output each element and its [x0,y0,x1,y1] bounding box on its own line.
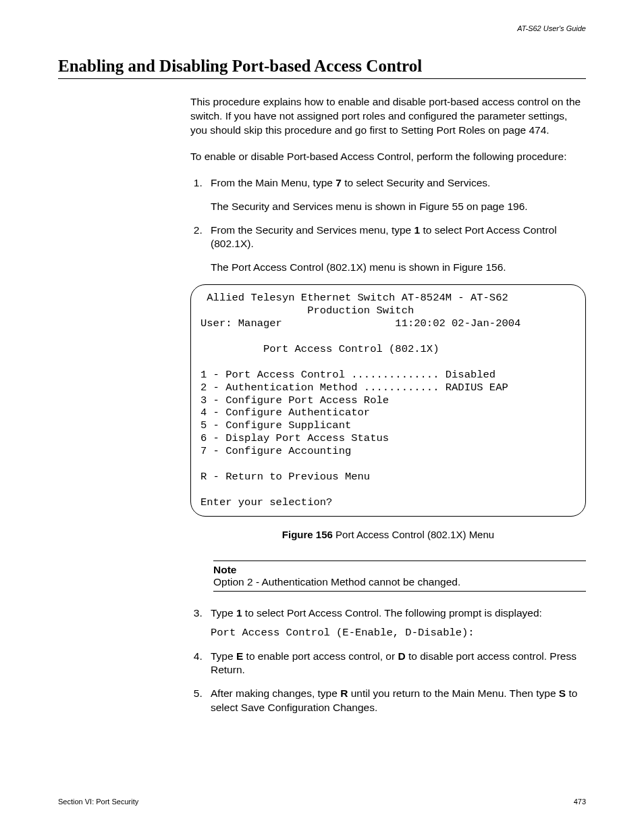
step-4-key-d: D [398,650,405,662]
step-5: After making changes, type R until you r… [205,687,586,715]
note-rule-bottom [213,591,586,592]
step-5-text-a: After making changes, type [211,687,340,699]
section-title: Enabling and Disabling Port-based Access… [58,57,586,76]
steps-list-1: From the Main Menu, type 7 to select Sec… [190,176,586,276]
step-3-key: 1 [236,607,242,619]
footer-section: Section VI: Port Security [58,798,138,806]
step-5-text-c: until you return to the Main Menu. Then … [348,687,558,699]
title-rule [58,78,586,79]
step-3-prompt: Port Access Control (E-Enable, D-Disable… [211,626,586,640]
note-rule-top [213,561,586,561]
step-4: Type E to enable port access control, or… [205,650,586,678]
step-1-sub: The Security and Services menu is shown … [211,200,586,214]
step-4-text-c: to enable port access control, or [243,650,398,662]
step-2-text-a: From the Security and Services menu, typ… [211,224,414,236]
figure-caption: Figure 156 Port Access Control (802.1X) … [190,529,586,540]
page: AT-S62 User's Guide Enabling and Disabli… [0,0,644,834]
header-doc-title: AT-S62 User's Guide [58,24,586,32]
step-5-key-r: R [340,687,348,699]
step-1-text-c: to select Security and Services. [342,177,491,188]
figure-label: Figure 156 [282,529,333,540]
step-3-text-c: to select Port Access Control. The follo… [242,607,542,619]
intro-paragraph-2: To enable or disable Port-based Access C… [190,150,586,164]
step-5-key-s: S [559,687,566,699]
step-3-text-a: Type [211,607,236,619]
body-column: This procedure explains how to enable an… [190,95,586,715]
step-1-text-a: From the Main Menu, type [211,177,336,188]
step-4-key-e: E [236,650,243,662]
note-block: Note Option 2 - Authentication Method ca… [213,561,586,592]
terminal-screen: Allied Telesyn Ethernet Switch AT-8524M … [190,284,586,516]
step-1-key: 7 [336,177,342,188]
step-1: From the Main Menu, type 7 to select Sec… [205,176,586,214]
note-text: Option 2 - Authentication Method cannot … [213,576,586,588]
step-3: Type 1 to select Port Access Control. Th… [205,606,586,640]
step-2-sub: The Port Access Control (802.1X) menu is… [211,261,586,275]
step-2-key: 1 [414,224,421,236]
figure-caption-text: Port Access Control (802.1X) Menu [333,529,494,540]
step-2: From the Security and Services menu, typ… [205,224,586,276]
footer: Section VI: Port Security 473 [58,798,586,806]
step-4-text-a: Type [211,650,236,662]
steps-list-2: Type 1 to select Port Access Control. Th… [190,606,586,716]
intro-paragraph-1: This procedure explains how to enable an… [190,95,586,138]
footer-page-number: 473 [574,798,586,806]
note-title: Note [213,564,586,576]
